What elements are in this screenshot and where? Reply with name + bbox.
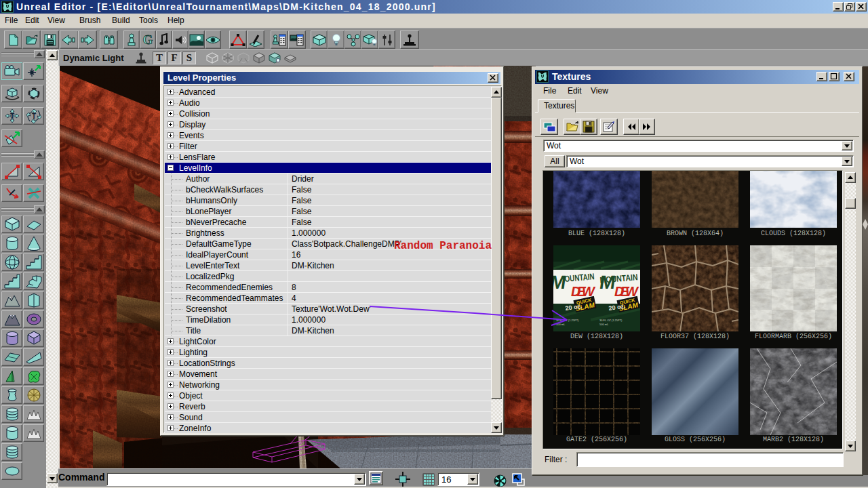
svg-text:T: T — [9, 113, 14, 120]
svg-text:T: T — [31, 113, 35, 120]
svg-text:30 FL OZ (1.25PT): 30 FL OZ (1.25PT) — [556, 319, 579, 322]
svg-text:30 FL OZ (1.25PT): 30 FL OZ (1.25PT) — [599, 319, 623, 322]
svg-text:500 mL: 500 mL — [599, 323, 609, 326]
svg-text:G: G — [143, 33, 153, 46]
svg-text:500 mL: 500 mL — [556, 323, 566, 326]
